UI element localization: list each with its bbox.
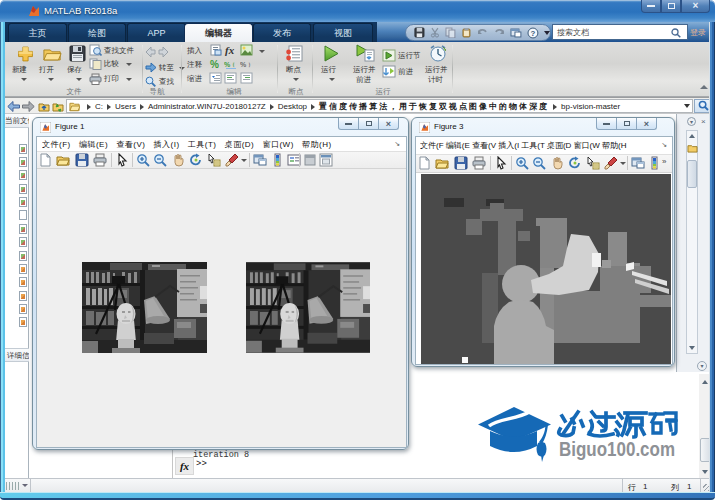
svg-text:%﹛: %﹛ <box>224 61 237 68</box>
svg-text:fx: fx <box>225 44 235 56</box>
svg-text:%﹜: %﹜ <box>240 61 253 68</box>
svg-text:%: % <box>210 59 219 70</box>
svg-text:?: ? <box>531 28 536 37</box>
svg-text:Biguo100.com: Biguo100.com <box>559 438 675 460</box>
